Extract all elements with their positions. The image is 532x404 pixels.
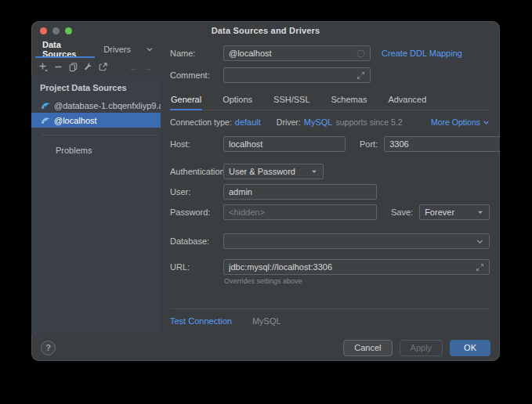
password-input[interactable]	[229, 207, 371, 217]
tab-data-sources[interactable]: Data Sources	[34, 40, 96, 58]
test-driver-name: MySQL	[252, 316, 281, 326]
authentication-label: Authentication:	[170, 167, 223, 176]
sidebar-tab-bar: Data Sources Drivers	[31, 40, 161, 58]
url-override-note: Overrides settings above	[224, 277, 490, 285]
remove-data-source-button[interactable]	[52, 60, 65, 74]
user-row: User:	[170, 184, 490, 200]
save-dropdown[interactable]: Forever	[419, 204, 490, 220]
user-input[interactable]	[229, 187, 371, 197]
cancel-button-label: Cancel	[354, 343, 381, 352]
main-panel: Name: Create DDL Mapping Comment: Genera…	[161, 40, 500, 334]
host-row: Host: Port:	[170, 136, 490, 152]
ok-button[interactable]: OK	[450, 340, 490, 356]
tab-drivers-label: Drivers	[103, 45, 131, 54]
arrow-left-icon: ←	[129, 63, 139, 72]
tab-data-sources-label: Data Sources	[42, 40, 88, 59]
test-connection-link[interactable]: Test Connection	[170, 316, 232, 326]
zoom-window-button[interactable]	[65, 27, 72, 34]
password-row: Password: Save: Forever	[170, 204, 490, 220]
connection-type-row: Connection type: default Driver: MySQL s…	[170, 117, 490, 127]
sidebar-toolbar: ← →	[31, 58, 161, 76]
port-label: Port:	[360, 139, 378, 149]
user-field	[223, 184, 377, 200]
add-data-source-button[interactable]	[37, 60, 50, 74]
tree-divider	[42, 135, 156, 135]
minus-icon	[53, 62, 63, 72]
duplicate-button[interactable]	[67, 60, 80, 74]
expand-icon[interactable]	[476, 263, 484, 272]
comment-input[interactable]	[229, 70, 353, 80]
copy-icon	[68, 62, 78, 72]
data-source-item-selected[interactable]: @localhost	[31, 113, 161, 128]
data-sources-dialog: Data Sources and Drivers Data Sources Dr…	[31, 21, 500, 361]
data-source-label: @localhost	[54, 116, 97, 125]
expand-icon[interactable]	[356, 71, 365, 80]
window-controls	[40, 27, 72, 34]
tab-advanced[interactable]: Advanced	[387, 91, 427, 110]
cancel-button[interactable]: Cancel	[343, 340, 392, 356]
tab-schemas-label: Schemas	[331, 95, 367, 104]
minimize-window-button[interactable]	[52, 27, 60, 34]
tab-options-label: Options	[223, 95, 252, 104]
database-row: Database:	[170, 233, 490, 249]
url-input[interactable]	[229, 262, 472, 272]
host-input[interactable]	[229, 139, 340, 149]
form-gap	[170, 249, 490, 259]
wrench-icon	[83, 62, 93, 72]
tab-advanced-label: Advanced	[388, 95, 426, 104]
help-button[interactable]: ?	[41, 341, 56, 355]
authentication-value: User & Password	[229, 167, 295, 176]
authentication-dropdown[interactable]: User & Password	[223, 164, 324, 179]
tab-options[interactable]: Options	[222, 91, 253, 110]
apply-button-label: Apply	[411, 343, 432, 352]
tree-section-header: Project Data Sources	[31, 80, 161, 98]
password-label: Password:	[170, 207, 223, 217]
sidebar-tabs-overflow-button[interactable]	[139, 40, 161, 58]
settings-tab-bar: General Options SSH/SSL Schemas Advanced	[170, 91, 490, 110]
test-connection-section: Test Connection MySQL	[170, 308, 490, 334]
form-gap	[170, 220, 490, 233]
tab-general[interactable]: General	[170, 91, 202, 110]
tab-drivers[interactable]: Drivers	[96, 40, 139, 58]
data-source-item[interactable]: @database-1.cbqenfxliyp9.ap	[31, 98, 161, 113]
problems-item[interactable]: Problems	[31, 142, 161, 157]
save-label: Save:	[391, 207, 413, 217]
question-mark-icon: ?	[45, 343, 51, 352]
tab-ssh-ssl-label: SSH/SSL	[273, 95, 309, 104]
connection-type-value-link[interactable]: default	[235, 117, 261, 127]
back-button[interactable]: ←	[127, 60, 140, 74]
database-combobox[interactable]	[223, 233, 490, 249]
tab-general-label: General	[171, 95, 201, 104]
mysql-dolphin-icon	[41, 101, 50, 110]
ok-button-label: OK	[464, 343, 476, 352]
connection-type-label: Connection type:	[170, 117, 232, 127]
close-window-button[interactable]	[40, 27, 47, 34]
save-value: Forever	[425, 207, 454, 217]
more-options-link[interactable]: More Options	[431, 117, 490, 127]
arrow-right-icon: →	[144, 63, 154, 72]
refresh-circle-icon	[356, 49, 365, 58]
open-in-editor-button[interactable]	[96, 60, 110, 74]
driver-value-link[interactable]: MySQL	[304, 117, 333, 127]
name-label: Name:	[170, 49, 223, 58]
port-field	[384, 136, 500, 152]
tab-ssh-ssl[interactable]: SSH/SSL	[273, 91, 310, 110]
name-input[interactable]	[229, 49, 353, 58]
forward-button[interactable]: →	[142, 60, 155, 74]
name-field	[223, 45, 371, 61]
create-ddl-mapping-link[interactable]: Create DDL Mapping	[382, 49, 462, 58]
plus-icon	[38, 62, 49, 72]
host-field	[223, 136, 346, 152]
url-label: URL:	[170, 262, 223, 272]
authentication-row: Authentication: User & Password	[170, 164, 490, 179]
port-input[interactable]	[389, 139, 500, 149]
driver-properties-button[interactable]	[81, 60, 95, 74]
apply-button[interactable]: Apply	[400, 340, 443, 356]
tab-schemas[interactable]: Schemas	[331, 91, 368, 110]
chevron-down-icon	[483, 119, 490, 126]
name-row: Name: Create DDL Mapping	[170, 45, 490, 61]
dropdown-arrow-icon	[310, 168, 318, 175]
driver-support-note: supports since 5.2	[335, 117, 402, 127]
comment-label: Comment:	[170, 70, 223, 80]
dropdown-arrow-icon	[476, 208, 484, 216]
